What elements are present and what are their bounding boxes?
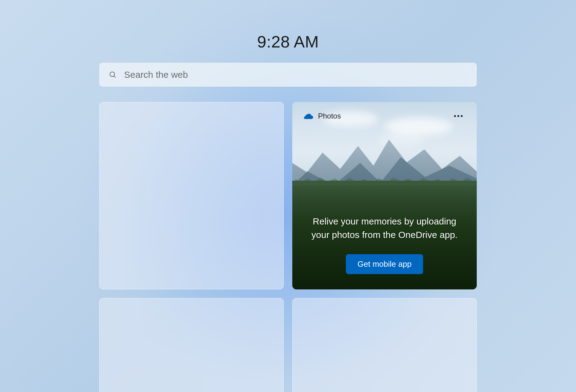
get-mobile-app-button[interactable]: Get mobile app (346, 254, 423, 274)
widget-placeholder-3[interactable] (292, 298, 477, 392)
search-input[interactable] (124, 70, 467, 80)
widgets-grid: Photos Relive your memories by uploading… (99, 102, 477, 392)
svg-point-0 (110, 72, 115, 77)
widget-placeholder-1[interactable] (99, 102, 284, 289)
widgets-panel: 9:28 AM (99, 0, 477, 392)
clock-time: 9:28 AM (257, 32, 319, 51)
svg-line-1 (114, 76, 116, 77)
widget-photos[interactable]: Photos Relive your memories by uploading… (292, 102, 477, 289)
widget-title: Photos (318, 112, 341, 120)
more-icon (454, 115, 456, 117)
search-icon (109, 71, 117, 79)
widget-title-group: Photos (304, 112, 341, 120)
widget-message: Relive your memories by uploading your p… (308, 215, 461, 241)
search-bar[interactable] (99, 63, 477, 87)
more-options-button[interactable] (452, 113, 465, 119)
widget-header: Photos (292, 102, 477, 130)
widget-placeholder-2[interactable] (99, 298, 284, 392)
widget-content: Relive your memories by uploading your p… (292, 215, 477, 289)
onedrive-icon (304, 113, 313, 119)
